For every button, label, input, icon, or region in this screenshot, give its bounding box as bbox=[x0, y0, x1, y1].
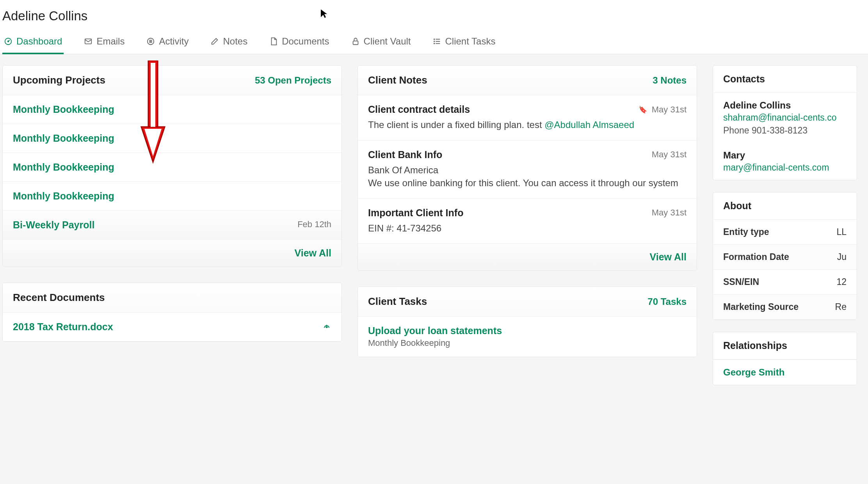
tab-label: Client Tasks bbox=[445, 36, 496, 47]
task-name: Upload your loan statements bbox=[368, 325, 687, 336]
upcoming-projects-title: Upcoming Projects bbox=[13, 74, 105, 86]
svg-point-7 bbox=[434, 43, 434, 44]
about-value: Ju bbox=[837, 252, 847, 262]
gauge-icon bbox=[4, 37, 12, 46]
client-notes-title: Client Notes bbox=[368, 74, 427, 86]
envelope-icon bbox=[84, 37, 92, 46]
recent-documents-title: Recent Documents bbox=[13, 292, 105, 304]
tab-emails[interactable]: Emails bbox=[82, 30, 126, 54]
note-row[interactable]: Client contract details 🔖 May 31st The c… bbox=[358, 95, 697, 141]
download-icon[interactable] bbox=[322, 322, 331, 333]
project-row[interactable]: Monthly Bookkeeping bbox=[3, 153, 342, 182]
about-label: Marketing Source bbox=[723, 302, 799, 312]
tab-activity[interactable]: Activity bbox=[145, 30, 190, 54]
document-name: 2018 Tax Return.docx bbox=[13, 321, 113, 333]
project-row[interactable]: Monthly Bookkeeping bbox=[3, 182, 342, 211]
task-sub: Monthly Bookkeeping bbox=[368, 338, 687, 348]
about-value: 12 bbox=[836, 277, 847, 287]
note-row[interactable]: Client Bank Info May 31st Bank Of Americ… bbox=[358, 141, 697, 199]
list-circle-icon bbox=[146, 37, 155, 46]
note-date: May 31st bbox=[652, 208, 687, 218]
svg-point-6 bbox=[434, 41, 434, 42]
relationship-item[interactable]: George Smith bbox=[713, 359, 857, 385]
about-label: Entity type bbox=[723, 227, 769, 237]
project-name: Monthly Bookkeeping bbox=[13, 104, 114, 115]
tab-label: Client Vault bbox=[364, 36, 411, 47]
note-title: Client Bank Info bbox=[368, 149, 442, 160]
contact-item: Mary mary@financial-cents.com bbox=[713, 143, 857, 180]
contacts-title: Contacts bbox=[713, 66, 857, 93]
client-tasks-title: Client Tasks bbox=[368, 295, 427, 308]
note-title: Client contract details bbox=[368, 104, 470, 115]
contact-item: Adeline Collins shahram@financial-cents.… bbox=[713, 93, 857, 143]
note-title: Important Client Info bbox=[368, 207, 463, 219]
tab-label: Documents bbox=[282, 36, 329, 47]
note-body: EIN #: 41-734256 bbox=[368, 222, 687, 235]
svg-rect-4 bbox=[353, 41, 358, 44]
client-tasks-card: Client Tasks 70 Tasks Upload your loan s… bbox=[358, 286, 697, 357]
project-row[interactable]: Bi-Weekly Payroll Feb 12th bbox=[3, 211, 342, 240]
file-icon bbox=[269, 37, 278, 46]
tab-label: Activity bbox=[159, 36, 189, 47]
tab-bar: Dashboard Emails Activity Notes Document… bbox=[0, 30, 868, 54]
about-label: Formation Date bbox=[723, 252, 789, 262]
note-row[interactable]: Important Client Info May 31st EIN #: 41… bbox=[358, 199, 697, 244]
recent-documents-card: Recent Documents 2018 Tax Return.docx bbox=[2, 283, 342, 342]
content-area: Upcoming Projects 53 Open Projects Month… bbox=[0, 54, 868, 385]
about-title: About bbox=[713, 192, 857, 220]
task-row[interactable]: Upload your loan statements Monthly Book… bbox=[358, 317, 697, 357]
open-projects-count[interactable]: 53 Open Projects bbox=[255, 75, 331, 86]
project-name: Monthly Bookkeeping bbox=[13, 133, 114, 144]
about-label: SSN/EIN bbox=[723, 277, 759, 287]
svg-point-1 bbox=[8, 41, 9, 42]
bookmark-icon: 🔖 bbox=[639, 105, 647, 114]
contact-name: Adeline Collins bbox=[723, 100, 847, 111]
project-name: Monthly Bookkeeping bbox=[13, 162, 114, 173]
tab-label: Dashboard bbox=[16, 36, 62, 47]
notes-view-all[interactable]: View All bbox=[358, 244, 697, 270]
note-body: The client is under a fixed billing plan… bbox=[368, 118, 687, 132]
contact-phone: Phone 901-338-8123 bbox=[723, 125, 847, 136]
note-date: May 31st bbox=[652, 105, 687, 115]
list-icon bbox=[433, 37, 441, 46]
about-row: Entity type LL bbox=[713, 220, 857, 245]
tab-label: Emails bbox=[96, 36, 125, 47]
note-date: May 31st bbox=[652, 149, 687, 160]
tasks-count[interactable]: 70 Tasks bbox=[647, 296, 687, 307]
about-card: About Entity type LL Formation Date Ju S… bbox=[713, 192, 857, 320]
project-name: Bi-Weekly Payroll bbox=[13, 219, 94, 231]
notes-count[interactable]: 3 Notes bbox=[653, 75, 687, 86]
svg-point-5 bbox=[434, 39, 434, 40]
lock-icon bbox=[351, 37, 360, 46]
contact-name: Mary bbox=[723, 150, 847, 161]
upcoming-projects-card: Upcoming Projects 53 Open Projects Month… bbox=[2, 65, 342, 267]
project-row[interactable]: Monthly Bookkeeping bbox=[3, 124, 342, 153]
about-row: SSN/EIN 12 bbox=[713, 270, 857, 295]
tab-label: Notes bbox=[223, 36, 247, 47]
relationships-title: Relationships bbox=[713, 332, 857, 359]
contact-email[interactable]: mary@financial-cents.com bbox=[723, 162, 847, 173]
tab-documents[interactable]: Documents bbox=[268, 30, 331, 54]
note-body: Bank Of America We use online banking fo… bbox=[368, 164, 687, 190]
edit-icon bbox=[210, 37, 219, 46]
about-row: Marketing Source Re bbox=[713, 295, 857, 320]
relationships-card: Relationships George Smith bbox=[713, 332, 857, 385]
contact-email[interactable]: shahram@financial-cents.co bbox=[723, 112, 847, 123]
client-notes-card: Client Notes 3 Notes Client contract det… bbox=[358, 65, 697, 271]
about-row: Formation Date Ju bbox=[713, 245, 857, 270]
tab-notes[interactable]: Notes bbox=[209, 30, 249, 54]
tab-dashboard[interactable]: Dashboard bbox=[2, 30, 64, 54]
tab-client-tasks[interactable]: Client Tasks bbox=[431, 30, 497, 54]
about-value: LL bbox=[836, 227, 847, 237]
project-row[interactable]: Monthly Bookkeeping bbox=[3, 95, 342, 124]
about-value: Re bbox=[835, 302, 847, 312]
projects-view-all[interactable]: View All bbox=[3, 240, 342, 267]
contacts-card: Contacts Adeline Collins shahram@financi… bbox=[713, 65, 857, 180]
tab-client-vault[interactable]: Client Vault bbox=[350, 30, 413, 54]
document-row[interactable]: 2018 Tax Return.docx bbox=[3, 313, 342, 342]
page-title: Adeline Collins bbox=[0, 0, 868, 30]
mention[interactable]: @Abdullah Almsaeed bbox=[544, 119, 634, 130]
project-date: Feb 12th bbox=[297, 219, 331, 230]
project-name: Monthly Bookkeeping bbox=[13, 190, 114, 202]
